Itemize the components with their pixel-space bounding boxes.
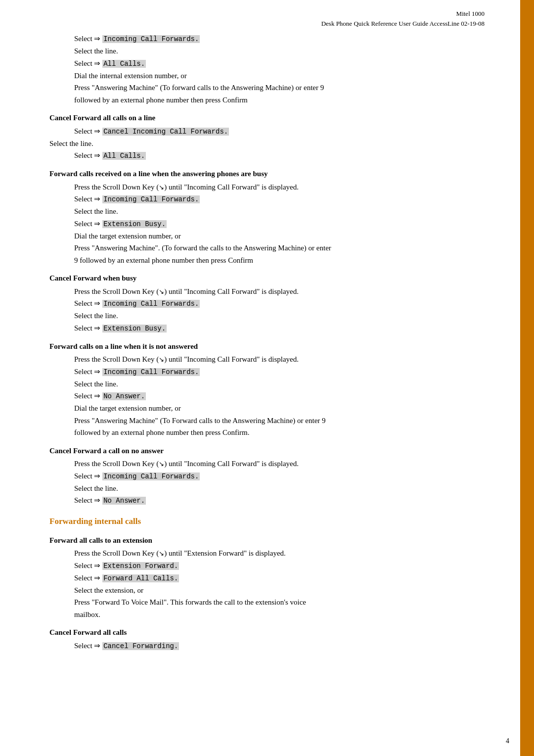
section-cancel-forward-busy: Cancel Forward when busy bbox=[49, 273, 480, 284]
incoming-fwd-label3: Incoming Call Forwards. bbox=[102, 195, 200, 203]
select-label4: Select bbox=[74, 151, 92, 159]
page-number: 4 bbox=[506, 736, 509, 746]
not-answered-press-am-b: followed by an external phone number the… bbox=[74, 427, 480, 438]
cancel-no-answer-select-no-answer: Select ⇒ No Answer. bbox=[74, 495, 480, 506]
scroll-icon3: ↘ bbox=[159, 356, 164, 363]
cancel-forward-line-1: Select ⇒ Cancel Incoming Call Forwards. bbox=[74, 126, 480, 137]
not-answered-dial: Dial the target extension number, or bbox=[74, 403, 480, 414]
scroll-icon4: ↘ bbox=[159, 460, 164, 468]
fwd-ext-scroll: Press the Scroll Down Key (↘) until "Ext… bbox=[74, 548, 480, 559]
forward-busy-select-icf: Select ⇒ Incoming Call Forwards. bbox=[74, 193, 480, 205]
section-cancel-forward-all: Cancel Forward all calls bbox=[49, 627, 480, 638]
cancel-busy-select-ext-busy: Select ⇒ Extension Busy. bbox=[74, 323, 480, 334]
section-forward-not-answered: Forward calls on a line when it is not a… bbox=[49, 341, 480, 352]
forward-busy-select-line: Select the line. bbox=[74, 206, 480, 217]
scroll-icon: ↘ bbox=[159, 184, 164, 191]
cancel-forward-all-calls-line: Select ⇒ All Calls. bbox=[74, 150, 480, 161]
not-answered-select-icf: Select ⇒ Incoming Call Forwards. bbox=[74, 366, 480, 378]
cancel-busy-select-icf: Select ⇒ Incoming Call Forwards. bbox=[74, 298, 480, 309]
cancel-no-answer-select-line: Select the line. bbox=[74, 483, 480, 494]
ext-fwd-label: Extension Forward. bbox=[102, 562, 179, 570]
fwd-all-calls-label: Forward All Calls. bbox=[102, 574, 179, 582]
page-container: Mitel 1000 Desk Phone Quick Reference Us… bbox=[0, 0, 534, 756]
forward-all-extension-block: Press the Scroll Down Key (↘) until "Ext… bbox=[74, 548, 480, 620]
main-content: Select ⇒ Incoming Call Forwards. Select … bbox=[49, 33, 504, 652]
select-label2: Select bbox=[74, 59, 92, 67]
right-bar-decoration bbox=[520, 0, 534, 756]
not-answered-select-no-answer: Select ⇒ No Answer. bbox=[74, 390, 480, 402]
intro-line-3: Select ⇒ All Calls. bbox=[74, 58, 480, 69]
cancel-incoming-label: Cancel Incoming Call Forwards. bbox=[102, 128, 229, 136]
scroll-icon5: ↘ bbox=[159, 550, 164, 557]
fwd-ext-select-ext: Select the extension, or bbox=[74, 585, 480, 596]
no-answer-label: No Answer. bbox=[102, 392, 146, 400]
ext-busy-label: Extension Busy. bbox=[102, 220, 167, 228]
section-cancel-no-answer: Cancel Forward a call on no answer bbox=[49, 445, 480, 457]
forward-calls-busy-block: Press the Scroll Down Key (↘) until "Inc… bbox=[74, 182, 480, 266]
arrow-icon: ⇒ bbox=[94, 35, 102, 43]
fwd-ext-press-voicemail: Press "Forward To Voice Mail". This forw… bbox=[74, 597, 480, 608]
select-label: Select bbox=[74, 35, 92, 43]
intro-line-5: Press "Answering Machine" (To forward ca… bbox=[74, 82, 480, 94]
cancel-busy-scroll: Press the Scroll Down Key (↘) until "Inc… bbox=[74, 286, 480, 297]
incoming-fwd-label5: Incoming Call Forwards. bbox=[102, 368, 200, 376]
cancel-no-answer-block: Press the Scroll Down Key (↘) until "Inc… bbox=[74, 458, 480, 506]
forward-busy-scroll: Press the Scroll Down Key (↘) until "Inc… bbox=[74, 182, 480, 193]
cancel-no-answer-select-icf: Select ⇒ Incoming Call Forwards. bbox=[74, 471, 480, 482]
cancel-forward-select-line: Select the line. bbox=[49, 138, 480, 149]
page-header: Mitel 1000 Desk Phone Quick Reference Us… bbox=[49, 9, 504, 28]
header-subtitle: Desk Phone Quick Reference User Guide Ac… bbox=[49, 19, 485, 29]
scroll-icon2: ↘ bbox=[159, 288, 164, 295]
fwd-ext-select-fac: Select ⇒ Forward All Calls. bbox=[74, 572, 480, 584]
all-calls-label2: All Calls. bbox=[102, 152, 146, 160]
section-forward-all-to-extension: Forward all calls to an extension bbox=[49, 535, 480, 546]
forward-busy-dial: Dial the target extension number, or bbox=[74, 231, 480, 242]
all-calls-label: All Calls. bbox=[102, 60, 146, 68]
cancel-forward-all-line-block: Select ⇒ Cancel Incoming Call Forwards. bbox=[74, 126, 480, 137]
incoming-fwd-label4: Incoming Call Forwards. bbox=[102, 300, 200, 308]
intro-line-6: followed by an external phone number the… bbox=[74, 94, 480, 106]
not-answered-select-line: Select the line. bbox=[74, 378, 480, 390]
intro-block: Select ⇒ Incoming Call Forwards. Select … bbox=[74, 33, 480, 105]
forward-busy-press-am: Press "Answering Machine". (To forward t… bbox=[74, 242, 480, 254]
no-answer-label2: No Answer. bbox=[102, 497, 146, 505]
cancel-all-select-cf: Select ⇒ Cancel Forwarding. bbox=[74, 640, 480, 652]
cancel-forward-all-block: Select ⇒ Cancel Forwarding. bbox=[74, 640, 480, 652]
forward-busy-press-am-b: 9 followed by an external phone number t… bbox=[74, 255, 480, 266]
not-answered-scroll: Press the Scroll Down Key (↘) until "Inc… bbox=[74, 354, 480, 365]
ext-busy-label2: Extension Busy. bbox=[102, 325, 167, 332]
section-forward-calls-busy: Forward calls received on a line when th… bbox=[49, 168, 480, 180]
intro-line-2: Select the line. bbox=[74, 46, 480, 57]
intro-line-1: Select ⇒ Incoming Call Forwards. bbox=[74, 33, 480, 45]
cancel-forward-busy-block: Press the Scroll Down Key (↘) until "Inc… bbox=[74, 286, 480, 334]
cancel-forwarding-label: Cancel Forwarding. bbox=[102, 642, 179, 650]
incoming-fwd-label6: Incoming Call Forwards. bbox=[102, 472, 200, 480]
cancel-no-answer-scroll: Press the Scroll Down Key (↘) until "Inc… bbox=[74, 458, 480, 470]
fwd-ext-select-ef: Select ⇒ Extension Forward. bbox=[74, 560, 480, 571]
forward-not-answered-block: Press the Scroll Down Key (↘) until "Inc… bbox=[74, 354, 480, 438]
forwarding-internal-heading: Forwarding internal calls bbox=[49, 515, 480, 528]
cancel-busy-select-line: Select the line. bbox=[74, 310, 480, 322]
header-title: Mitel 1000 bbox=[49, 9, 485, 19]
select-label3: Select bbox=[74, 127, 92, 135]
incoming-call-forwards-label: Incoming Call Forwards. bbox=[102, 35, 200, 43]
fwd-ext-press-voicemail-b: mailbox. bbox=[74, 609, 480, 620]
not-answered-press-am: Press "Answering Machine" (To Forward ca… bbox=[74, 415, 480, 426]
arrow-icon2: ⇒ bbox=[94, 59, 102, 67]
forward-busy-select-ext-busy: Select ⇒ Extension Busy. bbox=[74, 218, 480, 230]
cancel-forward-all-calls-block: Select ⇒ All Calls. bbox=[74, 150, 480, 161]
section-cancel-forward-all-line: Cancel Forward all calls on a line bbox=[49, 112, 480, 124]
intro-line-4: Dial the internal extension number, or bbox=[74, 70, 480, 82]
